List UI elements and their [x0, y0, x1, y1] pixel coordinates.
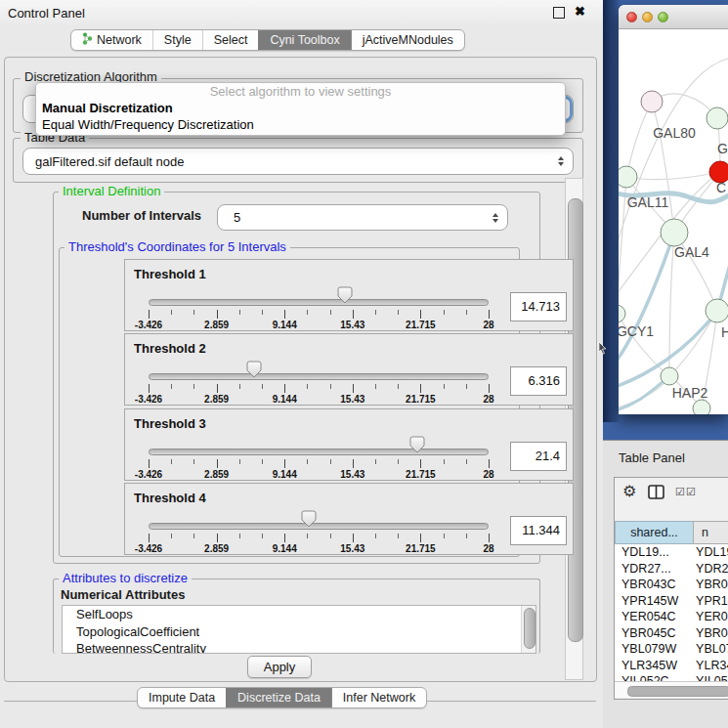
attribute-list-item[interactable]: SelfLoops	[63, 606, 535, 623]
threshold-value-field[interactable]: 21.4	[510, 442, 567, 471]
table-row[interactable]: YDL19...YDL19...	[615, 544, 728, 561]
slider-tick	[444, 534, 445, 538]
tick-label: 2.859	[204, 320, 229, 330]
network-node[interactable]	[661, 367, 678, 385]
attribute-list-item[interactable]: TopologicalCoefficient	[63, 623, 535, 641]
list-scrollbar[interactable]	[521, 606, 535, 653]
slider-tick	[353, 459, 354, 468]
slider-tick	[375, 384, 376, 389]
network-node[interactable]	[661, 219, 688, 246]
network-node[interactable]	[619, 166, 637, 188]
network-node[interactable]	[706, 299, 728, 322]
table-row[interactable]: YBR045CYBR045C	[615, 625, 728, 642]
network-node[interactable]	[641, 91, 663, 112]
table-cell: YBL079W	[615, 641, 691, 658]
column-header-shared-name[interactable]: shared...	[615, 521, 693, 544]
table-rows: YDL19...YDL19...YDR27...YDR27...YBR043CY…	[615, 544, 728, 681]
threshold-panel: Threshold 4 -3.4262.8599.14415.4321.7152…	[124, 483, 574, 555]
numerical-attributes-list[interactable]: SelfLoopsTopologicalCoefficientBetweenne…	[62, 605, 536, 654]
tab-discretize-data[interactable]: Discretize Data	[226, 688, 331, 707]
tab-select[interactable]: Select	[202, 30, 259, 50]
tab-label: Discretize Data	[237, 691, 321, 705]
slider-thumb[interactable]	[301, 510, 317, 528]
table-row[interactable]: YDR27...YDR27...	[615, 561, 728, 578]
tick-label: 9.144	[273, 320, 297, 330]
zoom-traffic-light[interactable]	[658, 12, 668, 22]
slider-tick	[353, 310, 354, 319]
node-table: ⚙ ☑☑ shared... n YDL19...YDL19...YDR27..…	[614, 477, 728, 700]
table-cell: YER054C	[615, 609, 691, 625]
network-node[interactable]	[707, 107, 728, 129]
table-row[interactable]: YBR043CYBR043C	[615, 577, 728, 593]
close-traffic-light[interactable]	[626, 12, 637, 22]
node-label: GAL11	[627, 194, 669, 210]
slider-tick	[489, 384, 490, 393]
network-canvas[interactable]: GAL80 GA GAL11 GAL4 GCY1 H HAP2 C	[619, 28, 728, 414]
gear-icon[interactable]: ⚙	[622, 482, 636, 500]
dropdown-option-equal-width-frequency[interactable]: Equal Width/Frequency Discretization	[36, 116, 565, 133]
split-column-icon[interactable]	[648, 485, 664, 499]
slider-tick	[444, 384, 445, 389]
slider-track[interactable]	[149, 299, 489, 306]
dropdown-option-manual-discretization[interactable]: Manual Discretization	[36, 100, 565, 116]
slider-track[interactable]	[149, 373, 489, 380]
table-row[interactable]: YLR345WYLR345W	[615, 658, 728, 674]
network-node[interactable]	[693, 400, 710, 414]
table-cell: YBR043C	[691, 577, 728, 593]
slider-track[interactable]	[149, 523, 489, 530]
table-row[interactable]: YPR145WYPR145W	[615, 593, 728, 610]
slider-track[interactable]	[149, 449, 489, 455]
scrollbar-thumb[interactable]	[524, 608, 535, 649]
column-header-name[interactable]: n	[693, 521, 728, 544]
slider-ticks	[125, 534, 573, 543]
slider-tick-labels: -3.4262.8599.14415.4321.71528	[125, 394, 573, 406]
network-window-titlebar[interactable]	[619, 5, 728, 29]
tab-cyni-toolbox[interactable]: Cyni Toolbox	[258, 30, 350, 50]
slider-tick	[284, 384, 285, 393]
slider-tick-labels: -3.4262.8599.14415.4321.71528	[125, 469, 573, 481]
threshold-value-field[interactable]: 14.713	[510, 292, 567, 321]
tick-label: 2.859	[204, 543, 229, 554]
slider-thumb[interactable]	[246, 361, 262, 378]
table-row[interactable]: YER054CYER054C	[615, 609, 728, 625]
tick-label: 2.859	[204, 394, 229, 405]
tab-impute-data[interactable]: Impute Data	[138, 688, 226, 707]
tab-infer-network[interactable]: Infer Network	[331, 688, 426, 707]
scrollbar-thumb[interactable]	[627, 686, 728, 697]
number-of-intervals-combo[interactable]: 5	[217, 204, 508, 231]
threshold-value-field[interactable]: 11.344	[510, 516, 567, 545]
slider-thumb[interactable]	[409, 436, 425, 453]
tab-label: Style	[164, 33, 192, 47]
slider-thumb[interactable]	[337, 286, 353, 304]
tab-label: Select	[214, 33, 248, 47]
panel-title: Control Panel	[8, 6, 85, 21]
table-row[interactable]: YBL079WYBL079W	[615, 641, 728, 658]
table-row[interactable]: YIL052CYIL052C	[615, 673, 728, 681]
table-horizontal-scrollbar[interactable]	[615, 681, 728, 698]
minimize-traffic-light[interactable]	[642, 12, 653, 22]
threshold-panel: Threshold 1 -3.4262.8599.14415.4321.7152…	[124, 259, 574, 331]
table-cell: YBL079W	[691, 641, 728, 658]
network-node[interactable]	[619, 305, 625, 322]
float-window-icon[interactable]	[553, 7, 565, 19]
table-panel-title: Table Panel	[619, 450, 685, 465]
node-label: GCY1	[619, 323, 654, 339]
column-checkbox-icons[interactable]: ☑☑	[675, 486, 697, 498]
slider-tick	[466, 310, 467, 315]
threshold-value-field[interactable]: 6.316	[510, 366, 567, 396]
tab-jactivemnodules[interactable]: jActiveMNodules	[351, 30, 464, 50]
tab-style[interactable]: Style	[152, 30, 202, 50]
table-cell: YLR345W	[615, 658, 691, 674]
tab-network[interactable]: Network	[71, 30, 152, 50]
apply-button[interactable]: Apply	[247, 656, 312, 678]
slider-tick	[262, 310, 263, 315]
slider-tick	[375, 534, 376, 538]
slider-tick	[398, 310, 399, 315]
attribute-list-item[interactable]: BetweennessCentrality	[63, 640, 535, 654]
table-data-combo[interactable]: galFiltered.sif default node	[22, 148, 574, 175]
slider-tick	[353, 384, 354, 393]
network-view-window[interactable]: GAL80 GA GAL11 GAL4 GCY1 H HAP2 C	[619, 5, 728, 414]
close-icon[interactable]: ✖	[575, 4, 585, 19]
threshold-label: Threshold 1	[134, 267, 206, 281]
table-cell: YBR043C	[615, 577, 691, 593]
